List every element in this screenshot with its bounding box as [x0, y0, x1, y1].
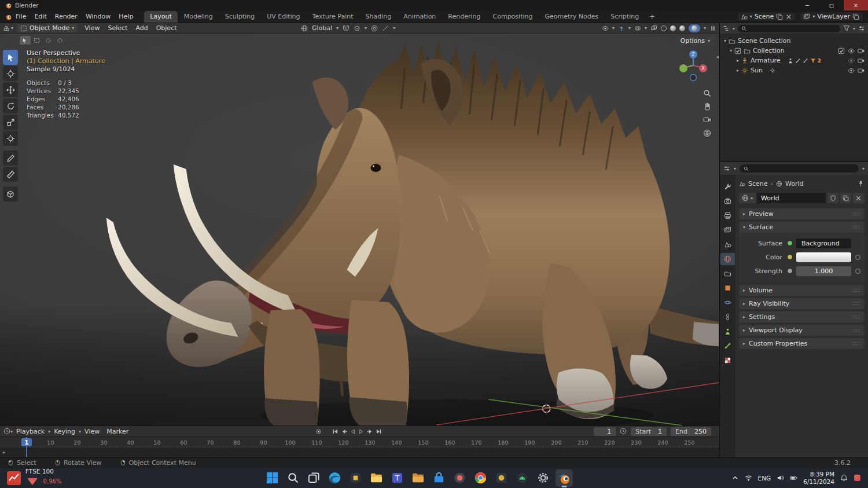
panel-grip[interactable]: ∷∷: [851, 327, 860, 333]
outliner-row-collection[interactable]: ▾ Collection: [720, 46, 868, 56]
select-circle-icon[interactable]: [43, 36, 54, 45]
channel-expand-icon[interactable]: ▸: [3, 449, 6, 455]
browse-world-button[interactable]: ▾: [739, 193, 756, 203]
new-scene-icon[interactable]: [776, 13, 783, 20]
file-explorer-icon[interactable]: [368, 469, 385, 487]
transform-orientation[interactable]: Global: [312, 24, 332, 32]
workspace-tab-animation[interactable]: Animation: [398, 11, 442, 23]
color-socket-icon[interactable]: [787, 254, 793, 260]
mode-selector[interactable]: Object Mode ▾: [17, 24, 78, 32]
chrome-icon[interactable]: [472, 469, 490, 487]
outliner-row-scene-collection[interactable]: ▾ Scene Collection: [720, 36, 868, 46]
properties-search-input[interactable]: [740, 164, 859, 173]
surface-shader-field[interactable]: Background: [796, 239, 851, 248]
navigation-gizmo[interactable]: Z X: [676, 49, 710, 84]
ortho-grid-icon[interactable]: [703, 129, 711, 137]
taskbar-search-icon[interactable]: [285, 469, 302, 487]
fake-user-shield-icon[interactable]: [827, 193, 838, 203]
outliner-row-sun[interactable]: ▸ Sun: [720, 65, 868, 75]
panel-preview-header[interactable]: ▸ Preview ∷∷: [739, 208, 864, 219]
start-frame-field[interactable]: Start 1: [631, 427, 667, 436]
outliner-search-input[interactable]: [738, 25, 840, 32]
checkbox-icon[interactable]: [734, 47, 741, 54]
blender-menu-icon[interactable]: [5, 13, 12, 20]
breadcrumb-world[interactable]: World: [785, 180, 804, 188]
panel-ray-visibility-header[interactable]: ▸ Ray Visibility ∷∷: [739, 298, 864, 309]
app-icon[interactable]: [451, 469, 469, 487]
start-button[interactable]: [264, 469, 281, 487]
next-keyframe-icon[interactable]: [367, 428, 373, 435]
android-app-icon[interactable]: [514, 469, 531, 487]
editor-split-icon[interactable]: [709, 25, 716, 32]
falloff-icon[interactable]: [382, 25, 389, 32]
output-tab-icon[interactable]: [720, 210, 735, 222]
workspace-tab-scripting[interactable]: Scripting: [605, 11, 645, 23]
battery-icon[interactable]: [790, 474, 797, 482]
bone-tab-icon[interactable]: [720, 340, 735, 352]
workspace-tab-texture-paint[interactable]: Texture Paint: [307, 11, 359, 23]
disable-render-icon[interactable]: [858, 67, 865, 74]
app-icon[interactable]: [347, 469, 365, 487]
menu-keying[interactable]: Keying: [50, 427, 79, 436]
shading-wireframe-icon[interactable]: [661, 25, 667, 31]
properties-editor-icon[interactable]: [723, 165, 730, 172]
pose-icon[interactable]: [788, 58, 793, 64]
zoom-icon[interactable]: [703, 89, 711, 97]
language-indicator[interactable]: ENG: [758, 475, 771, 482]
shading-solid-icon[interactable]: [670, 25, 676, 31]
viewlayer-tab-icon[interactable]: [720, 224, 735, 236]
select-box-icon[interactable]: [31, 36, 42, 45]
snap-target-icon[interactable]: [354, 25, 361, 32]
decorator-icon[interactable]: [855, 255, 860, 260]
exclude-checkbox-icon[interactable]: [838, 47, 845, 54]
workspace-tab-modeling[interactable]: Modeling: [178, 11, 219, 23]
jump-to-start-icon[interactable]: [332, 428, 339, 435]
xray-toggle-icon[interactable]: [650, 25, 657, 32]
playhead-label[interactable]: 1: [21, 438, 32, 446]
workspace-tab-layout[interactable]: Layout: [144, 11, 177, 23]
tool-scale[interactable]: [3, 115, 18, 130]
menu-render[interactable]: Render: [51, 11, 82, 22]
hide-eye-icon[interactable]: [848, 67, 855, 74]
panel-viewport-display-header[interactable]: ▸ Viewport Display ∷∷: [739, 325, 864, 336]
clock[interactable]: 8:39 PM 6/11/2024: [803, 471, 834, 485]
unlink-x-icon[interactable]: [853, 193, 864, 203]
tool-cursor[interactable]: [3, 66, 18, 81]
strength-slider[interactable]: 1.000: [796, 266, 851, 276]
hide-eye-icon[interactable]: [848, 57, 855, 64]
workspace-tab-compositing[interactable]: Compositing: [487, 11, 539, 23]
breadcrumb-scene[interactable]: Scene: [748, 180, 768, 188]
disclosure-icon[interactable]: ▾: [724, 38, 726, 43]
panel-volume-header[interactable]: ▸ Volume ∷∷: [739, 285, 864, 296]
disclosure-icon[interactable]: ▸: [737, 58, 739, 63]
record-icon[interactable]: [315, 428, 322, 435]
workspace-tab-geometry-nodes[interactable]: Geometry Nodes: [539, 11, 604, 23]
color-swatch-field[interactable]: [796, 252, 851, 262]
select-tweak-icon[interactable]: [20, 36, 31, 45]
menu-view[interactable]: View: [81, 23, 103, 33]
menu-add[interactable]: Add: [132, 23, 151, 33]
menu-help[interactable]: Help: [115, 11, 137, 22]
settings-gear-icon[interactable]: [535, 469, 552, 487]
tray-app-icon[interactable]: [854, 474, 861, 482]
panel-custom-properties-header[interactable]: ▸ Custom Properties ∷∷: [739, 338, 864, 349]
disable-render-icon[interactable]: [858, 47, 865, 54]
physics-tab-icon[interactable]: [720, 296, 735, 309]
hidden-icons-chevron[interactable]: [731, 474, 739, 482]
workspace-tab-rendering[interactable]: Rendering: [442, 11, 486, 23]
store-icon[interactable]: [431, 469, 448, 487]
close-button[interactable]: ✕: [844, 0, 868, 10]
tool-move[interactable]: [3, 82, 18, 97]
menu-edit[interactable]: Edit: [30, 11, 50, 22]
shading-rendered-active[interactable]: [689, 24, 700, 32]
decorator-icon[interactable]: [855, 269, 860, 274]
scene-tab-icon[interactable]: [720, 239, 735, 251]
light-data-icon[interactable]: [770, 68, 775, 74]
disclosure-icon[interactable]: ▸: [737, 68, 739, 73]
panel-settings-header[interactable]: ▸ Settings ∷∷: [739, 311, 864, 322]
new-copy-icon[interactable]: [840, 193, 851, 203]
timeline-ruler[interactable]: 1020304050607080901001101201301401501601…: [0, 437, 719, 449]
modifier-funnel-icon[interactable]: [810, 58, 816, 64]
menu-view-timeline[interactable]: View: [81, 427, 103, 436]
overlays-toggle-icon[interactable]: [634, 25, 641, 32]
